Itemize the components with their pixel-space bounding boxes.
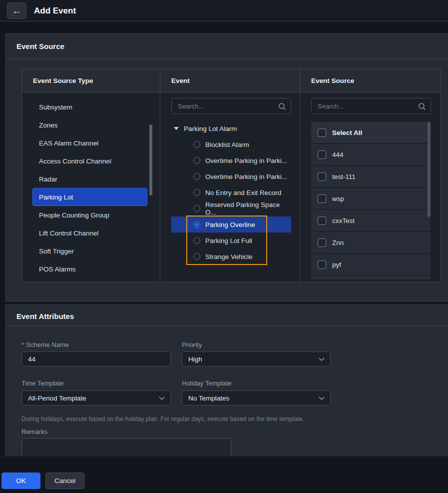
checkbox-icon[interactable] [318, 172, 326, 181]
event-tree-body: Parking Lot Alarm Blocklist Alarm Overti… [160, 92, 300, 282]
source-item[interactable]: cxxTest [311, 210, 431, 231]
event-option[interactable]: No Entry and Exit Record [171, 184, 291, 200]
event-search-input[interactable] [172, 98, 291, 114]
add-event-page: ← Add Event Event Source Event Source Ty… [0, 0, 448, 493]
source-type-item[interactable]: POS Alarms [32, 260, 147, 278]
source-type-item[interactable]: Access Control Channel [32, 152, 147, 170]
time-template-select[interactable]: All-Period Template [21, 390, 171, 406]
source-list: Select All 444 test-111 wsp [311, 122, 431, 280]
column-header: Event Source [300, 70, 441, 92]
topbar: ← Add Event [0, 0, 448, 22]
checkbox-icon[interactable] [318, 216, 326, 225]
source-type-item[interactable]: Zones [32, 116, 147, 134]
column-event: Event Parking Lot Alarm [160, 70, 300, 282]
source-item[interactable]: wsp [311, 188, 431, 209]
radio-icon [193, 157, 200, 164]
event-option-label: Parking Overline [205, 221, 255, 228]
checkbox-icon[interactable] [318, 238, 326, 247]
source-item-partial [311, 276, 431, 280]
source-item[interactable]: test-111 [311, 166, 431, 187]
holiday-template-label: Holiday Template [182, 380, 231, 387]
event-option-selected[interactable]: Parking Overline [171, 216, 291, 232]
chevron-down-icon [319, 396, 325, 400]
holiday-note: During holidays, execute based on the ho… [21, 416, 304, 422]
event-source-panel: Event Source Event Source Type Subsystem… [5, 33, 448, 302]
source-type-item[interactable]: EAS Alarm Channel [32, 134, 147, 152]
source-item-label: pyf [332, 261, 341, 268]
column-event-source: Event Source Select All [300, 70, 441, 282]
radio-checked-icon [193, 221, 200, 228]
time-template-value: All-Period Template [28, 394, 86, 402]
source-type-item[interactable]: People Counting Group [32, 206, 147, 224]
panel-header: Event Source [5, 33, 448, 59]
remarks-label: Remarks [21, 428, 47, 436]
checkbox-icon[interactable] [318, 260, 326, 269]
panel-header: Event Attributes [5, 304, 448, 326]
source-type-item-selected[interactable]: Parking Lot [32, 188, 147, 206]
checkbox-icon[interactable] [318, 194, 326, 203]
priority-select[interactable]: High [182, 352, 331, 366]
section-title: Event Source [16, 42, 64, 50]
checkbox-icon[interactable] [318, 128, 326, 137]
select-all-label: Select All [332, 129, 362, 136]
source-item-label: 444 [332, 151, 344, 158]
radio-icon [193, 237, 200, 244]
event-source-body: Select All 444 test-111 wsp [300, 92, 441, 282]
cancel-button[interactable]: Cancel [45, 472, 84, 489]
source-item-label: cxxTest [332, 217, 355, 224]
select-all-row[interactable]: Select All [311, 122, 431, 143]
source-picker: Event Source Type Subsystem Zones EAS Al… [21, 69, 441, 282]
section-title: Event Attributes [16, 312, 74, 320]
search-icon [278, 102, 286, 110]
chevron-down-icon [319, 358, 325, 362]
time-template-label: Time Template [21, 380, 64, 387]
tree-parent-label: Parking Lot Alarm [184, 125, 237, 132]
event-option[interactable]: Strange Vehicle [171, 248, 291, 264]
event-option-label: Parking Lot Full [205, 237, 252, 244]
source-item[interactable]: Znn [311, 232, 431, 253]
priority-value: High [188, 356, 202, 363]
priority-label: Priority [182, 341, 202, 348]
source-search-input[interactable] [312, 98, 431, 114]
page-title: Add Event [34, 0, 76, 22]
source-item-label: Znn [332, 239, 344, 246]
event-option[interactable]: Parking Lot Full [171, 232, 291, 248]
event-tree: Parking Lot Alarm Blocklist Alarm Overti… [160, 92, 300, 264]
tree-group-parking-lot-alarm[interactable]: Parking Lot Alarm [160, 120, 300, 136]
radio-icon [193, 253, 200, 260]
column-source-type: Event Source Type Subsystem Zones EAS Al… [22, 70, 160, 282]
remarks-textarea[interactable] [21, 438, 231, 456]
holiday-template-select[interactable]: No Templates [182, 390, 331, 406]
radio-icon [193, 205, 200, 212]
required-asterisk: * [21, 341, 24, 348]
event-search [171, 98, 291, 114]
radio-icon [193, 189, 200, 196]
caret-down-icon [174, 127, 179, 130]
source-type-item[interactable]: Lift Control Channel [32, 224, 147, 242]
event-option[interactable]: Overtime Parking in Parki... [171, 168, 291, 184]
scheme-name-label: *Scheme Name [21, 341, 69, 348]
event-option-label: Overtime Parking in Parki... [205, 157, 287, 164]
event-option-label: Overtime Parking in Parki... [205, 173, 287, 180]
source-type-item[interactable]: Soft Trigger [32, 242, 147, 260]
checkbox-icon[interactable] [318, 150, 326, 159]
footer: OK Cancel [0, 457, 448, 493]
arrow-left-icon: ← [12, 6, 21, 16]
source-type-item[interactable]: Subsystem [32, 98, 147, 116]
chevron-down-icon [159, 396, 165, 400]
column-header: Event [160, 70, 300, 92]
source-item-label: wsp [332, 195, 344, 202]
source-type-item[interactable]: Radar [32, 170, 147, 188]
back-button[interactable]: ← [7, 2, 26, 19]
event-option[interactable]: Overtime Parking in Parki... [171, 152, 291, 168]
source-item[interactable]: pyf [311, 254, 431, 275]
source-item-label: test-111 [332, 173, 356, 180]
scrollbar-thumb[interactable] [428, 122, 431, 217]
scrollbar-thumb[interactable] [149, 124, 152, 196]
ok-button[interactable]: OK [1, 472, 40, 489]
event-option[interactable]: Reserved Parking Space O... [171, 200, 291, 216]
event-option[interactable]: Blocklist Alarm [171, 136, 291, 152]
event-option-label: Reserved Parking Space O... [205, 201, 291, 216]
scheme-name-input[interactable] [21, 352, 171, 366]
source-item[interactable]: 444 [311, 144, 431, 165]
